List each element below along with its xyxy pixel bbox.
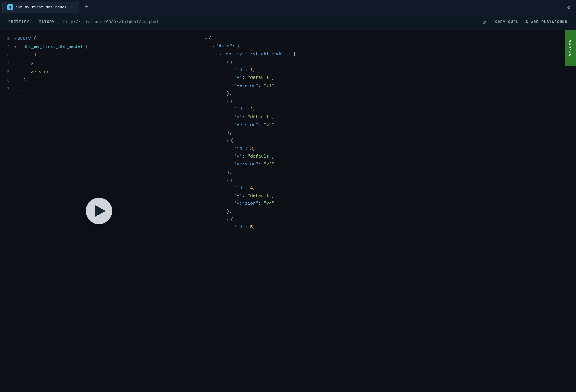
- collapse-arrow-2[interactable]: ▼: [14, 45, 16, 50]
- result-record-1-v: "v": "default",: [205, 74, 569, 82]
- line-number-2: 2: [0, 44, 10, 50]
- result-record-4-close: },: [205, 208, 569, 216]
- result-record-3-v: "v": "default",: [205, 153, 569, 161]
- gear-icon: ⚙: [567, 4, 571, 10]
- result-record-3-close: },: [205, 168, 569, 176]
- result-record-2-version: "version": "v2": [205, 121, 569, 129]
- result-record-4-version: "version": "v4": [205, 200, 569, 208]
- play-button[interactable]: [86, 198, 112, 224]
- copy-curl-button[interactable]: COPY CURL: [494, 18, 520, 26]
- tab-close-button[interactable]: ×: [69, 5, 74, 10]
- result-record-5-open: ▼ {: [205, 216, 569, 224]
- code-token-close-model: }: [23, 77, 26, 85]
- editor-line-5: 5 ▼ version: [0, 68, 198, 77]
- collapse-record-4[interactable]: ▼: [227, 178, 229, 183]
- result-record-1-id: "id": 1,: [205, 66, 569, 74]
- code-token-model: dbt_my_first_dbt_model: [23, 43, 83, 51]
- result-record-2-id: "id": 2,: [205, 105, 569, 113]
- collapse-record-3[interactable]: ▼: [227, 138, 229, 144]
- code-token-v: v: [31, 60, 33, 68]
- editor-panel: 1 ▼ query { 2 ▼ dbt_my_first_dbt_model {…: [0, 30, 198, 392]
- editor-line-4: 4 ▼ v: [0, 60, 198, 68]
- editor-line-1: 1 ▼ query {: [0, 35, 198, 43]
- result-record-3-version: "version": "v3": [205, 161, 569, 168]
- result-model-open: ▼ "dbt_my_first_dbt_model": [: [205, 51, 569, 58]
- share-playground-button[interactable]: SHARE PLAYGROUND: [525, 18, 569, 26]
- code-token-id: id: [31, 52, 36, 59]
- line-number-1: 1: [0, 35, 10, 42]
- new-tab-button[interactable]: +: [82, 2, 91, 12]
- collapse-arrow-1[interactable]: ▼: [14, 36, 16, 41]
- result-record-2-close: },: [205, 129, 569, 137]
- editor-line-3: 3 ▼ id: [0, 52, 198, 60]
- line-number-4: 4: [0, 61, 10, 67]
- editor-line-6: 6 ▼ }: [0, 77, 198, 85]
- result-record-4-id: "id": 4,: [205, 184, 569, 192]
- url-input[interactable]: [61, 19, 475, 26]
- schema-label: SCHEMA: [568, 40, 573, 56]
- tab-favicon: Q: [8, 4, 13, 10]
- result-record-1-open: ▼ {: [205, 58, 569, 66]
- settings-button[interactable]: ⚙: [564, 2, 574, 12]
- active-tab[interactable]: Q dbt_my_first_dbt_model ×: [2, 2, 79, 13]
- result-record-1-close: },: [205, 90, 569, 98]
- collapse-model[interactable]: ▼: [220, 52, 221, 58]
- result-record-2-v: "v": "default",: [205, 114, 569, 121]
- prettify-button[interactable]: PRETTIFY: [7, 18, 31, 26]
- result-code: ▼ { ▼ "data": { ▼ "dbt_my_first_dbt_mode…: [198, 30, 576, 236]
- collapse-record-2[interactable]: ▼: [227, 99, 229, 105]
- refresh-button[interactable]: ↺: [479, 17, 489, 27]
- collapse-record-1[interactable]: ▼: [227, 60, 229, 65]
- result-record-4-open: ▼ {: [205, 177, 569, 184]
- play-icon: [95, 205, 106, 217]
- line-number-3: 3: [0, 52, 10, 59]
- schema-panel[interactable]: SCHEMA: [565, 30, 576, 66]
- code-token-query: query: [17, 35, 31, 43]
- code-token-version: version: [31, 68, 50, 76]
- result-record-4-v: "v": "default",: [205, 192, 569, 200]
- toolbar: PRETTIFY HISTORY ↺ COPY CURL SHARE PLAYG…: [0, 14, 576, 30]
- code-token-close-query: }: [17, 85, 20, 93]
- history-button[interactable]: HISTORY: [35, 18, 56, 26]
- collapse-data[interactable]: ▼: [212, 44, 214, 49]
- collapse-root[interactable]: ▼: [205, 36, 207, 42]
- result-root-open: ▼ {: [205, 35, 569, 43]
- result-record-5-id: "id": 5,: [205, 224, 569, 231]
- result-data-open: ▼ "data": {: [205, 43, 569, 50]
- code-editor[interactable]: 1 ▼ query { 2 ▼ dbt_my_first_dbt_model {…: [0, 30, 198, 98]
- result-record-1-version: "version": "v1": [205, 82, 569, 90]
- result-record-3-id: "id": 3,: [205, 145, 569, 153]
- main-content: 1 ▼ query { 2 ▼ dbt_my_first_dbt_model {…: [0, 30, 576, 392]
- result-record-3-open: ▼ {: [205, 137, 569, 145]
- editor-line-2: 2 ▼ dbt_my_first_dbt_model {: [0, 43, 198, 52]
- collapse-record-5[interactable]: ▼: [227, 217, 229, 223]
- result-record-2-open: ▼ {: [205, 98, 569, 105]
- line-number-5: 5: [0, 69, 10, 76]
- result-panel: ▼ { ▼ "data": { ▼ "dbt_my_first_dbt_mode…: [198, 30, 576, 392]
- line-number-6: 6: [0, 77, 10, 84]
- line-number-7: 7: [0, 86, 10, 92]
- tab-title: dbt_my_first_dbt_model: [15, 5, 67, 10]
- refresh-icon: ↺: [483, 19, 486, 25]
- tab-bar: Q dbt_my_first_dbt_model × + ⚙: [0, 0, 576, 14]
- editor-line-7: 7 ▼ }: [0, 85, 198, 94]
